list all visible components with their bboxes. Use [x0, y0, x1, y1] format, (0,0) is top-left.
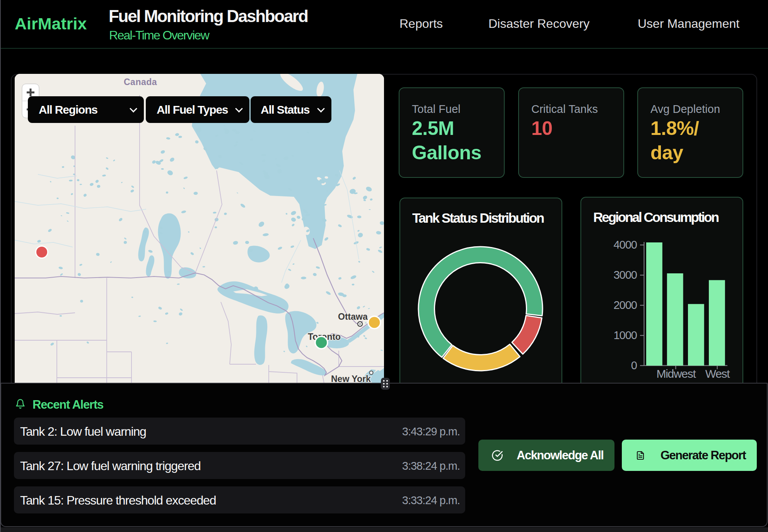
svg-text:Ottawa: Ottawa: [338, 312, 368, 322]
svg-text:New York: New York: [331, 374, 371, 383]
svg-text:Canada: Canada: [124, 77, 157, 87]
